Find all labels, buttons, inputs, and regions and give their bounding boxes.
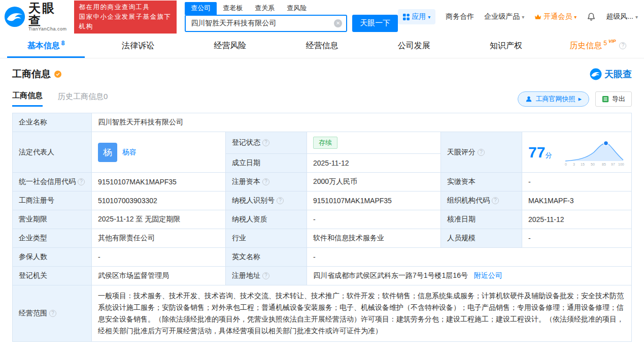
subtab-business-info[interactable]: 工商信息: [12, 91, 43, 107]
enterprise-products-label: 企业级产品: [484, 12, 520, 21]
tab-basic-info[interactable]: 基本信息 8: [0, 34, 92, 58]
svg-text:85: 85: [602, 163, 606, 166]
table-row: 法定代表人 杨 杨容 登记状态? 存续 天眼评分?: [13, 132, 632, 154]
svg-text:0: 0: [565, 163, 567, 166]
notification-bell[interactable]: [587, 12, 596, 21]
scope-label: 经营范围?: [13, 285, 92, 342]
tianyancha-logo[interactable]: 天眼查 TianYanCha.com: [4, 2, 68, 32]
taxpayer-quality-label: 纳税人资质: [226, 210, 307, 229]
chevron-down-icon: ▾: [574, 14, 577, 20]
search-tab-relation[interactable]: 查关系: [249, 2, 281, 15]
tab-operating-info-label: 经营信息: [306, 41, 338, 51]
insured-num-label: 参保人数: [13, 248, 92, 267]
staff-size-value: -: [522, 229, 632, 248]
score-cell: 77分 0 3 15 50 85 97 100: [522, 132, 632, 173]
help-icon[interactable]: ?: [78, 178, 85, 185]
reg-capital-label: 注册资本?: [226, 173, 307, 191]
svg-text:100: 100: [618, 163, 624, 166]
est-date-label: 成立日期: [226, 154, 307, 173]
table-row: 企业类型 其他有限责任公司 行业 软件和信息技术服务业 人员规模 -: [13, 229, 632, 248]
company-name-label: 企业名称: [13, 113, 92, 132]
tab-operating-risk-label: 经营风险: [214, 41, 246, 51]
search-tab-boss[interactable]: 查老板: [217, 2, 249, 15]
business-cooperation-link[interactable]: 商务合作: [446, 12, 474, 21]
svg-text:15: 15: [581, 163, 585, 166]
help-icon[interactable]: ?: [262, 139, 269, 146]
english-name-value: -: [307, 248, 632, 267]
reg-no-label: 工商注册号: [13, 191, 92, 210]
status-badge: 存续: [313, 137, 337, 149]
search-button[interactable]: 天眼一下: [352, 15, 398, 32]
nearby-companies-link[interactable]: 附近公司: [474, 271, 502, 279]
tab-legal-proceedings[interactable]: 法律诉讼: [92, 34, 184, 58]
tab-company-development-label: 公司发展: [398, 41, 430, 51]
address-label: 注册地址?: [226, 267, 307, 285]
export-label: 导出: [612, 94, 625, 104]
help-icon[interactable]: ?: [619, 42, 626, 49]
tab-intellectual-property[interactable]: 知识产权: [460, 34, 552, 58]
search-input[interactable]: [186, 16, 346, 31]
help-icon[interactable]: ?: [49, 310, 56, 317]
avatar[interactable]: 杨: [98, 143, 117, 162]
table-row: 统一社会信用代码? 91510107MAK1MAPF35 注册资本? 2000万…: [13, 173, 632, 191]
vip-badge: VIP: [608, 39, 616, 44]
tab-company-development[interactable]: 公司发展: [368, 34, 460, 58]
credit-code-value: 91510107MAK1MAPF35: [92, 173, 226, 191]
brand-slogan: 都在用的商业查询工具 国家中小企业发展子基金旗下机构: [74, 1, 177, 34]
help-icon[interactable]: ?: [478, 149, 485, 156]
taxpayer-no-label: 纳税人识别号?: [226, 191, 307, 210]
search-tab-risk[interactable]: 查风险: [281, 2, 313, 15]
reg-no-value: 510107003903302: [92, 191, 226, 210]
export-button[interactable]: 导出: [595, 91, 632, 107]
export-file-icon: [602, 95, 609, 103]
help-icon[interactable]: ?: [262, 178, 269, 185]
business-info-table: 企业名称 四川智胜天开科技有限公司 法定代表人 杨 杨容 登记状态? 存续: [12, 113, 632, 342]
svg-text:97: 97: [611, 163, 615, 166]
open-vip-menu[interactable]: 开通会员 ▾: [534, 12, 577, 21]
super-risk-menu[interactable]: 超级风... ▾: [606, 12, 638, 21]
approved-date-value: 2025-11-12: [522, 210, 632, 229]
apps-menu[interactable]: 应用 ▾: [398, 9, 435, 24]
super-risk-label: 超级风...: [606, 12, 633, 21]
score-unit: 分: [545, 151, 552, 159]
tab-operating-risk[interactable]: 经营风险: [184, 34, 276, 58]
legal-rep-link[interactable]: 杨容: [122, 148, 137, 157]
header-right-nav: 应用 ▾ 商务合作 企业级产品 ▾ 开通会员 ▾ 超级风... ▾: [398, 9, 638, 24]
est-date-value: 2025-11-12: [307, 154, 441, 173]
official-snapshot-label: 工商官网快照: [535, 94, 575, 104]
official-snapshot-button[interactable]: 工商官网快照 ▸: [518, 91, 589, 107]
term-label: 营业期限: [13, 210, 92, 229]
slogan-line1: 都在用的商业查询工具: [79, 3, 172, 12]
table-row: 参保人数 - 英文名称 -: [13, 248, 632, 267]
paid-capital-value: -: [522, 173, 632, 191]
tab-history-info[interactable]: 历史信息 5 VIP ?: [552, 34, 644, 58]
tab-operating-info[interactable]: 经营信息: [276, 34, 368, 58]
approved-date-label: 核准日期: [441, 210, 522, 229]
open-vip-label: 开通会员: [544, 12, 572, 21]
score-curve-chart[interactable]: 0 3 15 50 85 97 100: [564, 138, 625, 167]
section-title: 工商信息: [12, 68, 51, 81]
term-value: 2025-11-12 至 无固定期限: [92, 210, 226, 229]
tab-history-info-count: 5: [603, 40, 607, 47]
watermark-text: 天眼查: [604, 68, 632, 80]
address-value: 四川省成都市武侯区武科东一路7号1号楼1层16号 附近公司: [307, 267, 632, 285]
search-box: ✕: [185, 15, 347, 32]
table-row: 营业期限 2025-11-12 至 无固定期限 纳税人资质 - 核准日期 202…: [13, 210, 632, 229]
company-section-tabs: 基本信息 8 法律诉讼 经营风险 经营信息 公司发展 知识产权 历史信息 5 V…: [0, 34, 644, 58]
top-header: 天眼查 TianYanCha.com 都在用的商业查询工具 国家中小企业发展子基…: [0, 0, 644, 34]
enterprise-products-menu[interactable]: 企业级产品 ▾: [484, 12, 524, 21]
table-row: 企业名称 四川智胜天开科技有限公司: [13, 113, 632, 132]
scope-value: 一般项目：技术服务、技术开发、技术咨询、技术交流、技术转让、技术推广；软件开发；…: [92, 285, 632, 342]
search-tab-company[interactable]: 查公司: [185, 2, 217, 15]
svg-text:3: 3: [573, 163, 575, 166]
clear-icon[interactable]: ✕: [334, 19, 342, 27]
subtab-history-business-info[interactable]: 历史工商信息0: [58, 92, 108, 106]
logo-wave-icon: [590, 68, 602, 80]
help-icon[interactable]: ?: [492, 197, 499, 204]
help-icon[interactable]: ?: [262, 272, 269, 279]
help-icon[interactable]: ?: [277, 197, 284, 204]
logo-wave-icon: [4, 6, 25, 28]
apps-label: 应用: [412, 12, 426, 21]
legal-rep-label: 法定代表人: [13, 132, 92, 173]
logo-text: 天眼查: [28, 2, 67, 27]
